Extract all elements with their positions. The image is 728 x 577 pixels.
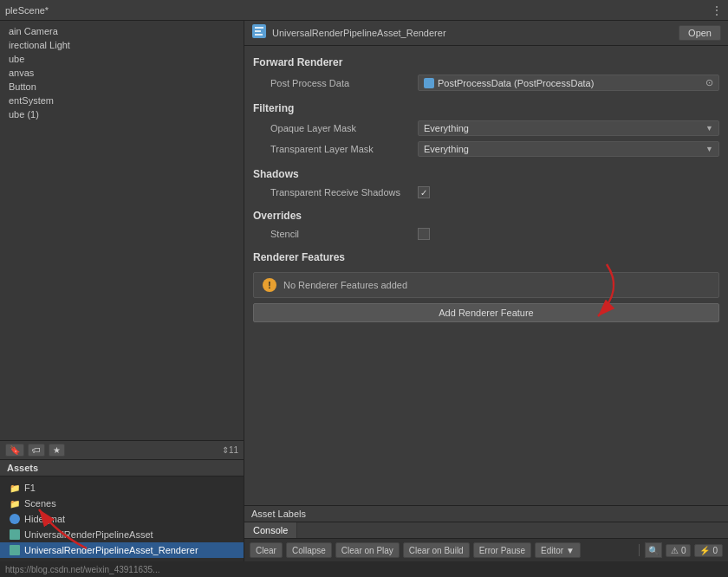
shadows-receive-label: Transparent Receive Shadows: [270, 187, 409, 198]
shadows-receive-value: ✓: [418, 186, 719, 198]
error-count-badge: ⚠ 0: [666, 544, 692, 557]
svg-rect-0: [10, 529, 20, 540]
asset-item-f1[interactable]: 📁 F1: [0, 480, 244, 496]
post-process-label: Post Process Data: [270, 78, 409, 88]
post-process-row: Post Process Data PostProcessData (PostP…: [244, 72, 728, 94]
post-process-icon: [424, 78, 434, 88]
asset-count: ⇕11: [222, 445, 238, 455]
right-panel: UniversalRenderPipelineAsset_Renderer Op…: [244, 21, 728, 561]
svg-rect-5: [255, 30, 261, 32]
error-pause-button[interactable]: Error Pause: [473, 542, 531, 558]
scene-header-bar: pleScene* ⋮: [0, 0, 728, 21]
add-renderer-feature-button[interactable]: Add Renderer Feature: [253, 303, 719, 322]
stencil-checkbox[interactable]: [418, 228, 430, 240]
left-panel: ain Camera irectional Light ube anvas Bu…: [0, 21, 244, 561]
left-arrow-annotation: [35, 501, 121, 553]
collapse-button[interactable]: Collapse: [286, 542, 332, 558]
clear-on-build-button[interactable]: Clear on Build: [403, 542, 470, 558]
sphere-icon: [9, 513, 21, 525]
no-features-text: No Renderer Features added: [283, 280, 407, 290]
breadcrumb-text: UniversalRenderPipelineAsset_Renderer: [272, 28, 446, 38]
renderer-features-header: Renderer Features: [244, 248, 728, 267]
warning-icon: !: [263, 278, 276, 292]
star-btn[interactable]: ★: [49, 444, 65, 457]
bookmark-btn[interactable]: 🔖: [5, 444, 24, 457]
error-count: 0: [681, 546, 686, 555]
checkmark-icon: ✓: [420, 188, 427, 198]
dropdown-arrow-transparent-icon: ▼: [705, 145, 713, 153]
stencil-label: Stencil: [270, 229, 409, 239]
warning-count: 0: [712, 546, 718, 555]
warning-count-badge: ⚡ 0: [694, 544, 723, 557]
shadows-header: Shadows: [244, 165, 728, 184]
search-icon-btn[interactable]: 🔍: [645, 542, 662, 558]
bottom-bar: Asset Labels Console Clear Collapse Clea…: [244, 505, 728, 561]
breadcrumb-icon: [251, 23, 267, 42]
status-bar: https://blog.csdn.net/weixin_43911635...: [0, 561, 728, 577]
filtering-header: Filtering: [244, 99, 728, 118]
header-menu-icon[interactable]: ⋮: [711, 3, 723, 17]
opaque-dropdown[interactable]: Everything ▼: [418, 120, 719, 136]
no-features-box: ! No Renderer Features added: [253, 272, 719, 298]
scene-item[interactable]: irectional Light: [0, 38, 244, 52]
transparent-layer-label: Transparent Layer Mask: [270, 144, 409, 154]
clear-on-play-button[interactable]: Clear on Play: [335, 542, 400, 558]
pipeline-renderer-icon: [9, 544, 21, 556]
shadows-receive-row: Transparent Receive Shadows ✓: [244, 184, 728, 201]
opaque-layer-value: Everything ▼: [418, 120, 719, 136]
post-process-field[interactable]: PostProcessData (PostProcessData) ⊙: [418, 75, 719, 91]
console-tab[interactable]: Console: [244, 522, 297, 538]
clear-button[interactable]: Clear: [250, 542, 283, 558]
editor-dropdown-button[interactable]: Editor ▼: [535, 542, 581, 558]
transparent-layer-value: Everything ▼: [418, 141, 719, 157]
assets-toolbar: 🔖 🏷 ★ ⇕11: [0, 441, 244, 460]
right-top-bar: UniversalRenderPipelineAsset_Renderer Op…: [244, 21, 728, 46]
opaque-layer-row: Opaque Layer Mask Everything ▼: [244, 118, 728, 139]
separator: [639, 544, 640, 556]
overrides-header: Overrides: [244, 206, 728, 225]
dot-menu-icon[interactable]: ⊙: [705, 77, 713, 88]
scene-title: pleScene*: [5, 5, 49, 16]
transparent-value-text: Everything: [424, 144, 469, 154]
scene-items: ain Camera irectional Light ube anvas Bu…: [0, 21, 244, 440]
scene-item[interactable]: ube: [0, 52, 244, 66]
scene-item[interactable]: ube (1): [0, 107, 244, 121]
post-process-value: PostProcessData (PostProcessData) ⊙: [418, 75, 719, 91]
svg-rect-4: [255, 27, 263, 29]
opaque-layer-label: Opaque Layer Mask: [270, 123, 409, 133]
tag-btn[interactable]: 🏷: [28, 444, 45, 457]
console-tabs: Console: [244, 522, 728, 539]
svg-rect-6: [255, 34, 263, 36]
scene-item[interactable]: ain Camera: [0, 24, 244, 38]
assets-header: Assets: [0, 460, 244, 477]
scene-item[interactable]: anvas: [0, 66, 244, 80]
folder-icon: 📁: [9, 497, 21, 509]
dropdown-arrow-icon: ▼: [705, 124, 713, 133]
status-url: https://blog.csdn.net/weixin_43911635...: [5, 565, 159, 574]
open-button[interactable]: Open: [679, 25, 721, 41]
stencil-value: [418, 228, 719, 240]
main-layout: ain Camera irectional Light ube anvas Bu…: [0, 21, 728, 561]
folder-icon: 📁: [9, 482, 21, 494]
transparent-dropdown[interactable]: Everything ▼: [418, 141, 719, 157]
shadows-receive-checkbox[interactable]: ✓: [418, 186, 430, 198]
inspector-panel: Forward Renderer Post Process Data PostP…: [244, 46, 728, 505]
svg-rect-1: [10, 545, 20, 555]
pipeline-icon: [9, 528, 21, 541]
assets-area: 🔖 🏷 ★ ⇕11 Assets 📁 F1 📁 Scenes: [0, 440, 244, 561]
forward-renderer-header: Forward Renderer: [244, 53, 728, 72]
opaque-value-text: Everything: [424, 123, 469, 133]
stencil-row: Stencil: [244, 225, 728, 243]
scene-item[interactable]: Button: [0, 80, 244, 94]
console-toolbar: Clear Collapse Clear on Play Clear on Bu…: [244, 539, 728, 561]
asset-labels-bar: Asset Labels: [244, 506, 728, 522]
transparent-layer-row: Transparent Layer Mask Everything ▼: [244, 139, 728, 159]
scene-item[interactable]: entSystem: [0, 94, 244, 107]
post-process-text: PostProcessData (PostProcessData): [438, 78, 594, 88]
